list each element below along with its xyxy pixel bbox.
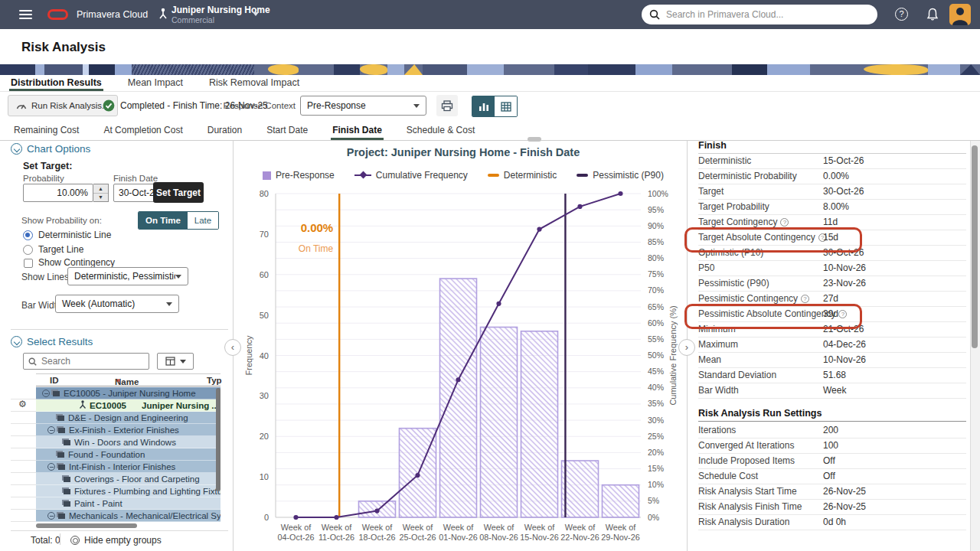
collapse-minus-icon[interactable] (47, 512, 55, 520)
tree-row[interactable]: D&E - Design and Engineering (36, 412, 220, 424)
run-risk-analysis-button[interactable]: Run Risk Analysis... (8, 95, 118, 116)
info-icon[interactable]: ? (838, 310, 847, 318)
tab-mean-impact[interactable]: Mean Impact (126, 75, 185, 91)
banner-shape (44, 64, 83, 75)
show-lines-value: Deterministic, Pessimistic (... (74, 271, 175, 282)
search-input[interactable] (666, 9, 858, 20)
svg-text:65%: 65% (648, 302, 664, 311)
info-icon[interactable]: ? (801, 295, 809, 303)
hamburger-menu-icon[interactable] (19, 10, 32, 19)
tree-row[interactable]: Mechanicals - Mechanical/Electrical Syst… (36, 510, 220, 522)
bell-icon[interactable] (926, 8, 939, 21)
bar-chart-icon (479, 102, 489, 112)
collapse-minus-icon[interactable] (47, 426, 55, 434)
info-icon[interactable]: ? (780, 218, 789, 227)
stat-label: Bar Width (698, 385, 739, 396)
help-icon[interactable]: ? (895, 8, 908, 21)
stat-label: Target Absolute Contingency (698, 232, 815, 243)
stat-value: 8.00% (823, 200, 849, 214)
user-avatar[interactable] (949, 4, 971, 25)
collapse-right-panel-button[interactable]: › (678, 339, 695, 356)
gauge-icon (16, 101, 27, 110)
collapse-minus-icon[interactable] (47, 463, 55, 471)
subtab-remaining-cost[interactable]: Remaining Cost (12, 121, 80, 140)
subtab-finish-date[interactable]: Finish Date (331, 121, 384, 140)
stepper-up-button[interactable]: ▲ (93, 184, 108, 194)
collapse-chevron-icon[interactable] (11, 143, 22, 155)
stat-value: 200 (823, 423, 838, 438)
page-title: Risk Analysis (21, 40, 106, 55)
grid-options-button[interactable] (157, 353, 194, 370)
stat-value: 100 (823, 439, 838, 453)
svg-text:Week of: Week of (484, 523, 514, 532)
gear-icon[interactable]: ⚙ (18, 399, 27, 410)
tree-row[interactable]: Fixtures - Plumbing and Lighting Fixture (36, 485, 220, 497)
collapse-minus-icon[interactable] (42, 390, 50, 397)
probability-input[interactable] (24, 187, 93, 198)
tree-row[interactable]: Ex-Finish - Exterior Finishes (36, 424, 220, 436)
column-header-type[interactable]: Typ (207, 376, 222, 385)
tab-risk-removal-impact[interactable]: Risk Removal Impact (207, 75, 301, 91)
tree-row[interactable]: Coverings - Floor and Carpeting (36, 473, 220, 485)
results-search-input[interactable] (37, 356, 149, 367)
tree-row[interactable]: Win - Doors and Windows (36, 436, 220, 448)
svg-text:11-Oct-26: 11-Oct-26 (318, 533, 354, 542)
column-header-id[interactable]: ID (50, 376, 59, 385)
target-line-radio[interactable] (23, 245, 33, 255)
tree-row[interactable]: Paint - Paint (36, 497, 220, 510)
chevron-down-icon[interactable] (253, 12, 259, 16)
banner-shape (334, 64, 360, 75)
svg-text:85%: 85% (648, 237, 664, 246)
completed-check-icon (103, 99, 115, 112)
collapse-chevron-icon[interactable] (11, 336, 22, 347)
svg-text:5%: 5% (648, 496, 659, 505)
svg-text:75%: 75% (648, 269, 664, 279)
subtab-at-completion-cost[interactable]: At Completion Cost (102, 121, 184, 140)
svg-text:01-Nov-26: 01-Nov-26 (439, 533, 477, 542)
show-lines-select[interactable]: Deterministic, Pessimistic (... (67, 267, 188, 285)
subtab-start-date[interactable]: Start Date (265, 121, 309, 140)
deterministic-line-radio[interactable] (23, 230, 33, 240)
stat-value: 51.68 (823, 368, 846, 383)
metric-tabs: Remaining CostAt Completion CostDuration… (0, 121, 980, 141)
subtab-duration[interactable]: Duration (206, 121, 243, 140)
project-icon (158, 8, 168, 20)
stepper-down-button[interactable]: ▼ (93, 194, 108, 202)
tree-row[interactable]: Int-Finish - Interior Finishes (36, 461, 220, 473)
setting-row: Risk Analysis Duration0d 0h (698, 515, 966, 530)
tree-row[interactable]: EC10005Juniper Nursing ... (36, 399, 220, 412)
banner-shape (89, 64, 115, 75)
print-button[interactable] (436, 95, 458, 116)
tree-vertical-scrollbar[interactable] (216, 388, 220, 491)
tree-row[interactable]: EC10005 - Juniper Nursing Home (36, 387, 220, 399)
tree-row[interactable]: Found - Foundation (36, 448, 220, 461)
hide-empty-groups-toggle[interactable]: Hide empty groups (84, 535, 162, 546)
stat-value: 23-Nov-26 (823, 276, 866, 291)
bar-width-select[interactable]: Week (Automatic) (55, 295, 179, 313)
chart-options-header[interactable]: Chart Options (11, 143, 90, 155)
grid-view-button[interactable] (495, 96, 517, 116)
stat-value: 26-Nov-25 (823, 484, 866, 499)
toggle-on-time[interactable]: On Time (139, 212, 188, 229)
row-name: Juniper Nursing ... (142, 399, 219, 412)
top-navbar: Primavera Cloud Juniper Nursing Home Com… (0, 0, 980, 29)
select-results-header[interactable]: Select Results (11, 336, 93, 347)
page-scrollbar-thumb[interactable] (972, 145, 978, 348)
oracle-logo[interactable] (47, 9, 68, 20)
tab-distribution-results[interactable]: Distribution Results (9, 75, 103, 91)
show-contingency-checkbox[interactable] (24, 259, 33, 268)
banner-shape (83, 64, 89, 75)
tree-horizontal-scrollbar[interactable] (36, 523, 137, 528)
chart-view-button[interactable] (472, 96, 495, 116)
hide-empty-groups-icon[interactable] (70, 536, 80, 545)
banner-shape (423, 64, 467, 75)
collapse-left-panel-button[interactable]: ‹ (224, 339, 241, 356)
subtab-schedule-cost[interactable]: Schedule & Cost (405, 121, 476, 140)
response-context-select[interactable]: Pre-Response (300, 96, 426, 116)
toggle-late[interactable]: Late (188, 212, 218, 229)
folder-icon (57, 452, 64, 458)
finish-row: Target30-Oct-26 (698, 184, 966, 200)
stat-label: Mean (698, 354, 721, 365)
global-search[interactable] (642, 5, 877, 24)
set-target-button[interactable]: Set Target (153, 182, 204, 203)
